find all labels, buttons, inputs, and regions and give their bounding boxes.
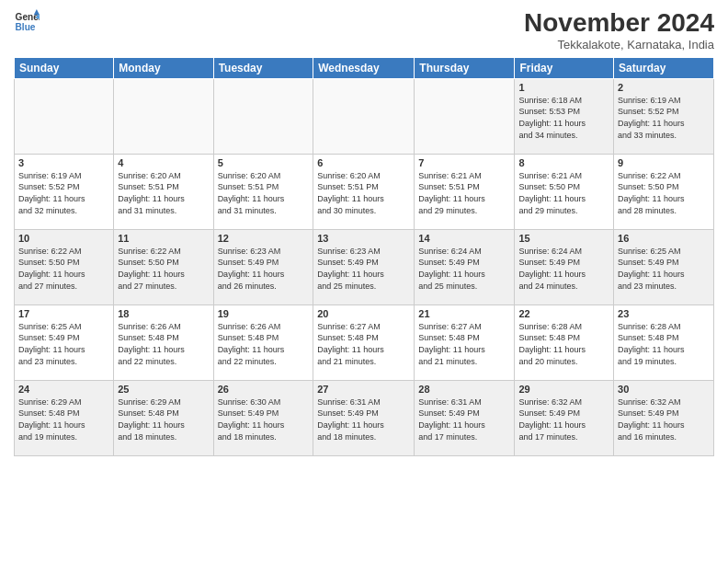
day-number: 26 bbox=[218, 384, 310, 395]
calendar-cell: 9Sunrise: 6:22 AM Sunset: 5:50 PM Daylig… bbox=[614, 154, 714, 229]
calendar-cell: 5Sunrise: 6:20 AM Sunset: 5:51 PM Daylig… bbox=[213, 154, 313, 229]
day-number: 29 bbox=[518, 384, 609, 395]
day-number: 11 bbox=[118, 233, 209, 244]
day-info: Sunrise: 6:29 AM Sunset: 5:48 PM Dayligh… bbox=[18, 396, 109, 442]
day-info: Sunrise: 6:20 AM Sunset: 5:51 PM Dayligh… bbox=[218, 170, 310, 216]
calendar-cell: 20Sunrise: 6:27 AM Sunset: 5:48 PM Dayli… bbox=[313, 304, 415, 380]
day-number: 9 bbox=[618, 157, 710, 168]
calendar-cell: 15Sunrise: 6:24 AM Sunset: 5:49 PM Dayli… bbox=[515, 229, 614, 304]
day-number: 3 bbox=[18, 157, 109, 168]
calendar-cell: 26Sunrise: 6:30 AM Sunset: 5:49 PM Dayli… bbox=[213, 380, 313, 455]
day-info: Sunrise: 6:31 AM Sunset: 5:49 PM Dayligh… bbox=[418, 396, 510, 442]
day-number: 10 bbox=[18, 233, 109, 244]
calendar-cell: 25Sunrise: 6:29 AM Sunset: 5:48 PM Dayli… bbox=[114, 380, 213, 455]
day-info: Sunrise: 6:32 AM Sunset: 5:49 PM Dayligh… bbox=[618, 396, 710, 442]
title-block: November 2024 Tekkalakote, Karnataka, In… bbox=[524, 9, 714, 52]
calendar-cell: 28Sunrise: 6:31 AM Sunset: 5:49 PM Dayli… bbox=[415, 380, 515, 455]
page: General Blue November 2024 Tekkalakote, … bbox=[0, 0, 728, 563]
day-info: Sunrise: 6:26 AM Sunset: 5:48 PM Dayligh… bbox=[218, 321, 310, 367]
svg-text:Blue: Blue bbox=[16, 22, 36, 32]
calendar-col-header: Wednesday bbox=[313, 57, 415, 78]
calendar-week-row: 17Sunrise: 6:25 AM Sunset: 5:49 PM Dayli… bbox=[15, 304, 714, 380]
day-info: Sunrise: 6:32 AM Sunset: 5:49 PM Dayligh… bbox=[518, 396, 609, 442]
calendar-cell: 6Sunrise: 6:20 AM Sunset: 5:51 PM Daylig… bbox=[313, 154, 415, 229]
day-info: Sunrise: 6:25 AM Sunset: 5:49 PM Dayligh… bbox=[18, 321, 109, 367]
month-title: November 2024 bbox=[524, 9, 714, 38]
day-number: 4 bbox=[118, 157, 209, 168]
day-number: 22 bbox=[518, 308, 609, 319]
day-info: Sunrise: 6:28 AM Sunset: 5:48 PM Dayligh… bbox=[518, 321, 609, 367]
day-info: Sunrise: 6:29 AM Sunset: 5:48 PM Dayligh… bbox=[118, 396, 209, 442]
calendar-header-row: SundayMondayTuesdayWednesdayThursdayFrid… bbox=[15, 57, 714, 78]
day-number: 13 bbox=[317, 233, 410, 244]
day-info: Sunrise: 6:21 AM Sunset: 5:50 PM Dayligh… bbox=[518, 170, 609, 216]
calendar-cell: 3Sunrise: 6:19 AM Sunset: 5:52 PM Daylig… bbox=[15, 154, 114, 229]
day-number: 27 bbox=[317, 384, 410, 395]
calendar-cell: 4Sunrise: 6:20 AM Sunset: 5:51 PM Daylig… bbox=[114, 154, 213, 229]
calendar-week-row: 24Sunrise: 6:29 AM Sunset: 5:48 PM Dayli… bbox=[15, 380, 714, 455]
calendar-cell bbox=[114, 78, 213, 154]
calendar-col-header: Thursday bbox=[415, 57, 515, 78]
calendar-cell: 29Sunrise: 6:32 AM Sunset: 5:49 PM Dayli… bbox=[515, 380, 614, 455]
day-number: 14 bbox=[418, 233, 510, 244]
calendar: SundayMondayTuesdayWednesdayThursdayFrid… bbox=[14, 57, 714, 456]
day-info: Sunrise: 6:18 AM Sunset: 5:53 PM Dayligh… bbox=[518, 95, 609, 141]
day-info: Sunrise: 6:28 AM Sunset: 5:48 PM Dayligh… bbox=[618, 321, 710, 367]
day-info: Sunrise: 6:22 AM Sunset: 5:50 PM Dayligh… bbox=[18, 246, 109, 292]
day-info: Sunrise: 6:20 AM Sunset: 5:51 PM Dayligh… bbox=[118, 170, 209, 216]
day-number: 20 bbox=[317, 308, 410, 319]
day-info: Sunrise: 6:24 AM Sunset: 5:49 PM Dayligh… bbox=[518, 246, 609, 292]
calendar-cell: 13Sunrise: 6:23 AM Sunset: 5:49 PM Dayli… bbox=[313, 229, 415, 304]
calendar-week-row: 3Sunrise: 6:19 AM Sunset: 5:52 PM Daylig… bbox=[15, 154, 714, 229]
day-number: 15 bbox=[518, 233, 609, 244]
day-info: Sunrise: 6:25 AM Sunset: 5:49 PM Dayligh… bbox=[618, 246, 710, 292]
day-number: 1 bbox=[518, 82, 609, 93]
calendar-cell bbox=[415, 78, 515, 154]
calendar-cell bbox=[213, 78, 313, 154]
day-number: 21 bbox=[418, 308, 510, 319]
day-number: 17 bbox=[18, 308, 109, 319]
day-info: Sunrise: 6:20 AM Sunset: 5:51 PM Dayligh… bbox=[317, 170, 410, 216]
day-number: 2 bbox=[618, 82, 710, 93]
calendar-cell bbox=[15, 78, 114, 154]
day-number: 12 bbox=[218, 233, 310, 244]
day-number: 30 bbox=[618, 384, 710, 395]
day-number: 23 bbox=[618, 308, 710, 319]
calendar-cell: 16Sunrise: 6:25 AM Sunset: 5:49 PM Dayli… bbox=[614, 229, 714, 304]
day-info: Sunrise: 6:23 AM Sunset: 5:49 PM Dayligh… bbox=[317, 246, 410, 292]
calendar-col-header: Saturday bbox=[614, 57, 714, 78]
calendar-cell: 10Sunrise: 6:22 AM Sunset: 5:50 PM Dayli… bbox=[15, 229, 114, 304]
day-info: Sunrise: 6:31 AM Sunset: 5:49 PM Dayligh… bbox=[317, 396, 410, 442]
day-info: Sunrise: 6:19 AM Sunset: 5:52 PM Dayligh… bbox=[18, 170, 109, 216]
location: Tekkalakote, Karnataka, India bbox=[524, 38, 714, 52]
calendar-week-row: 10Sunrise: 6:22 AM Sunset: 5:50 PM Dayli… bbox=[15, 229, 714, 304]
calendar-cell: 22Sunrise: 6:28 AM Sunset: 5:48 PM Dayli… bbox=[515, 304, 614, 380]
day-number: 6 bbox=[317, 157, 410, 168]
calendar-col-header: Sunday bbox=[15, 57, 114, 78]
day-info: Sunrise: 6:30 AM Sunset: 5:49 PM Dayligh… bbox=[218, 396, 310, 442]
day-info: Sunrise: 6:21 AM Sunset: 5:51 PM Dayligh… bbox=[418, 170, 510, 216]
day-number: 7 bbox=[418, 157, 510, 168]
day-number: 25 bbox=[118, 384, 209, 395]
calendar-col-header: Monday bbox=[114, 57, 213, 78]
logo-icon: General Blue bbox=[14, 9, 40, 35]
calendar-cell: 11Sunrise: 6:22 AM Sunset: 5:50 PM Dayli… bbox=[114, 229, 213, 304]
day-info: Sunrise: 6:22 AM Sunset: 5:50 PM Dayligh… bbox=[118, 246, 209, 292]
day-info: Sunrise: 6:27 AM Sunset: 5:48 PM Dayligh… bbox=[418, 321, 510, 367]
day-number: 24 bbox=[18, 384, 109, 395]
calendar-cell: 14Sunrise: 6:24 AM Sunset: 5:49 PM Dayli… bbox=[415, 229, 515, 304]
calendar-week-row: 1Sunrise: 6:18 AM Sunset: 5:53 PM Daylig… bbox=[15, 78, 714, 154]
calendar-cell: 30Sunrise: 6:32 AM Sunset: 5:49 PM Dayli… bbox=[614, 380, 714, 455]
day-info: Sunrise: 6:26 AM Sunset: 5:48 PM Dayligh… bbox=[118, 321, 209, 367]
calendar-col-header: Friday bbox=[515, 57, 614, 78]
calendar-cell: 8Sunrise: 6:21 AM Sunset: 5:50 PM Daylig… bbox=[515, 154, 614, 229]
calendar-cell: 18Sunrise: 6:26 AM Sunset: 5:48 PM Dayli… bbox=[114, 304, 213, 380]
day-info: Sunrise: 6:19 AM Sunset: 5:52 PM Dayligh… bbox=[618, 95, 710, 141]
header: General Blue November 2024 Tekkalakote, … bbox=[14, 9, 714, 52]
day-number: 5 bbox=[218, 157, 310, 168]
day-number: 28 bbox=[418, 384, 510, 395]
calendar-cell: 23Sunrise: 6:28 AM Sunset: 5:48 PM Dayli… bbox=[614, 304, 714, 380]
calendar-cell: 19Sunrise: 6:26 AM Sunset: 5:48 PM Dayli… bbox=[213, 304, 313, 380]
calendar-col-header: Tuesday bbox=[213, 57, 313, 78]
day-number: 8 bbox=[518, 157, 609, 168]
